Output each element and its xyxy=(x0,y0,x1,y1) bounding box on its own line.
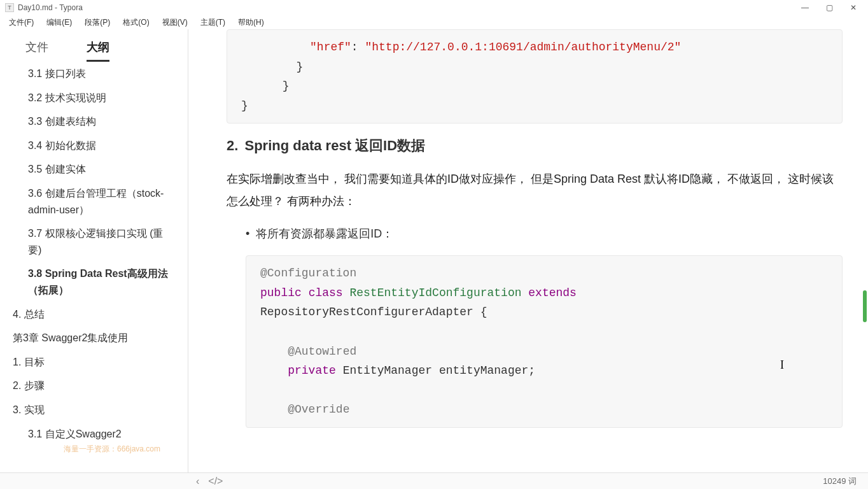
code-class: RestEntityIdConfiguration xyxy=(349,287,521,299)
code-keyword: public xyxy=(260,287,302,299)
menu-format[interactable]: 格式(O) xyxy=(118,16,154,29)
tab-file[interactable]: 文件 xyxy=(25,39,48,62)
code-text: } xyxy=(241,80,290,92)
tab-outline[interactable]: 大纲 xyxy=(87,39,109,62)
titlebar: T Day10.md - Typora — ▢ ✕ xyxy=(0,0,868,15)
sidebar-tabs: 文件 大纲 xyxy=(0,29,188,62)
app-icon: T xyxy=(5,3,14,12)
minimize-button[interactable]: — xyxy=(801,3,809,12)
section-heading: 2. Spring data rest 返回ID数据 xyxy=(227,136,843,155)
outline-item[interactable]: 3.7 权限核心逻辑接口实现 (重要) xyxy=(13,222,175,262)
code-text: } xyxy=(241,99,248,112)
code-block-json[interactable]: "href": "http://127.0.0.1:10691/admin/au… xyxy=(227,29,843,124)
menu-theme[interactable]: 主题(T) xyxy=(195,16,230,29)
sidebar: 文件 大纲 3.1 接口列表3.2 技术实现说明3.3 创建表结构3.4 初始化… xyxy=(0,29,188,472)
maximize-button[interactable]: ▢ xyxy=(825,3,834,12)
heading-text: Spring data rest 返回ID数据 xyxy=(244,138,425,153)
window-title: Day10.md - Typora xyxy=(18,3,801,12)
outline-list[interactable]: 3.1 接口列表3.2 技术实现说明3.3 创建表结构3.4 初始化数据3.5 … xyxy=(0,62,188,472)
code-block-java[interactable]: @Configuration public class RestEntityId… xyxy=(246,255,843,428)
statusbar: ‹ </> 10249 词 xyxy=(0,472,868,489)
editor-content[interactable]: "href": "http://127.0.0.1:10691/admin/au… xyxy=(188,29,868,472)
word-count[interactable]: 10249 词 xyxy=(823,476,857,487)
outline-item[interactable]: 3.3 创建表结构 xyxy=(13,110,175,134)
nav-back-icon[interactable]: ‹ xyxy=(196,476,199,487)
code-text: } xyxy=(241,60,303,73)
menu-help[interactable]: 帮助(H) xyxy=(233,16,269,29)
menubar: 文件(F) 编辑(E) 段落(P) 格式(O) 视图(V) 主题(T) 帮助(H… xyxy=(0,15,868,29)
outline-item[interactable]: 3.1 接口列表 xyxy=(13,62,175,86)
bullet-list: • 将所有资源都暴露返回ID： xyxy=(246,223,843,244)
code-annotation: @Autowired xyxy=(288,345,356,358)
code-string: "http://127.0.0.1:10691/admin/authorityM… xyxy=(365,41,681,53)
bullet-text: 将所有资源都暴露返回ID： xyxy=(256,223,393,244)
window-controls: — ▢ ✕ xyxy=(801,3,863,12)
bullet-icon: • xyxy=(246,223,249,244)
code-keyword: class xyxy=(309,287,343,299)
code-text xyxy=(241,41,310,53)
menu-edit[interactable]: 编辑(E) xyxy=(41,16,77,29)
menu-paragraph[interactable]: 段落(P) xyxy=(80,16,115,29)
code-text: RepositoryRestConfigurerAdapter { xyxy=(260,306,487,318)
outline-item[interactable]: 3.5 创建实体 xyxy=(13,157,175,181)
code-annotation: @Override xyxy=(288,403,349,416)
outline-item[interactable]: 3.2 技术实现说明 xyxy=(13,86,175,110)
code-keyword: extends xyxy=(528,287,577,299)
code-keyword: private xyxy=(288,364,336,377)
scroll-indicator[interactable] xyxy=(863,290,867,322)
outline-item[interactable]: 3.8 Spring Data Rest高级用法（拓展） xyxy=(13,262,175,302)
menu-view[interactable]: 视图(V) xyxy=(157,16,193,29)
outline-item[interactable]: 3.4 初始化数据 xyxy=(13,134,175,158)
outline-item[interactable]: 第3章 Swagger2集成使用 xyxy=(13,326,175,350)
outline-item[interactable]: 3. 实现 xyxy=(13,398,175,422)
outline-item[interactable]: 3.1 自定义Swagger2 xyxy=(13,422,175,446)
outline-item[interactable]: 4. 总结 xyxy=(13,302,175,327)
main-area: 文件 大纲 3.1 接口列表3.2 技术实现说明3.3 创建表结构3.4 初始化… xyxy=(0,29,868,472)
outline-item[interactable]: 3.6 创建后台管理工程（stock-admin-user） xyxy=(13,181,175,222)
heading-number: 2. xyxy=(227,138,238,153)
code-text: EntityManager entityManager; xyxy=(343,364,535,377)
list-item: • 将所有资源都暴露返回ID： xyxy=(246,223,843,244)
nav-code-icon[interactable]: </> xyxy=(208,476,223,487)
outline-item[interactable]: 2. 步骤 xyxy=(13,374,175,398)
code-annotation: @Configuration xyxy=(260,267,356,280)
close-button[interactable]: ✕ xyxy=(849,3,858,12)
status-nav: ‹ </> xyxy=(196,476,223,487)
code-text: : xyxy=(351,41,365,53)
paragraph: 在实际增删改查当中， 我们需要知道具体的ID做对应操作， 但是Spring Da… xyxy=(227,168,843,211)
code-key: "href" xyxy=(310,41,351,53)
menu-file[interactable]: 文件(F) xyxy=(4,16,39,29)
outline-item[interactable]: 1. 目标 xyxy=(13,350,175,374)
